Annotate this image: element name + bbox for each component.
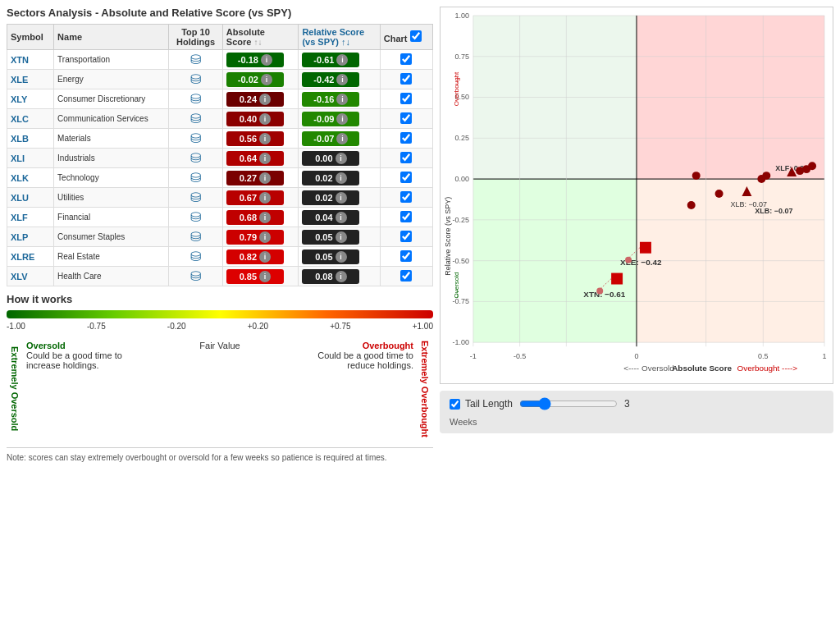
cell-holdings[interactable]: ⛁: [169, 50, 223, 70]
cell-absolute: -0.02 i: [222, 70, 299, 89]
svg-point-50: [625, 257, 632, 263]
cell-chart[interactable]: [380, 267, 432, 286]
cell-symbol: XLU: [7, 188, 54, 208]
cell-name: Health Care: [54, 267, 169, 286]
cell-holdings[interactable]: ⛁: [169, 227, 223, 247]
svg-text:XTN: −0.61: XTN: −0.61: [583, 290, 626, 299]
cell-holdings[interactable]: ⛁: [169, 247, 223, 267]
cell-holdings[interactable]: ⛁: [169, 208, 223, 227]
cell-relative: -0.42 i: [299, 70, 380, 89]
svg-text:1.00: 1.00: [454, 11, 468, 20]
cell-chart[interactable]: [380, 89, 432, 109]
svg-text:0.25: 0.25: [454, 134, 468, 142]
extreme-overbought-label: Extremely Overbought: [417, 337, 433, 441]
cell-name: Utilities: [54, 188, 169, 208]
row-chart-checkbox[interactable]: [400, 191, 412, 203]
row-chart-checkbox[interactable]: [400, 73, 412, 85]
svg-text:0.00: 0.00: [454, 175, 468, 183]
cell-chart[interactable]: [380, 50, 432, 70]
cell-symbol: XLE: [7, 70, 54, 89]
tail-length-slider[interactable]: [519, 397, 618, 410]
cell-relative: -0.61 i: [299, 50, 380, 70]
table-row: XTN Transportation ⛁ -0.18 i -0.61 i: [7, 50, 433, 70]
cell-chart[interactable]: [380, 188, 432, 208]
cell-holdings[interactable]: ⛁: [169, 109, 223, 129]
col-relative: Relative Score(vs SPY) ↑↓: [299, 25, 380, 50]
cell-symbol: XTN: [7, 50, 54, 70]
col-name: Name: [54, 25, 169, 50]
cell-absolute: 0.40 i: [222, 109, 299, 129]
cell-holdings[interactable]: ⛁: [169, 129, 223, 149]
table-row: XLY Consumer Discretionary ⛁ 0.24 i -0.1…: [7, 89, 433, 109]
col-holdings: Top 10Holdings: [169, 25, 223, 50]
cell-name: Consumer Staples: [54, 227, 169, 247]
row-chart-checkbox[interactable]: [400, 231, 412, 242]
oversold-desc: Oversold Could be a good time to increas…: [23, 337, 154, 441]
cell-symbol: XLY: [7, 89, 54, 109]
cell-relative: 0.00 i: [299, 149, 380, 168]
cell-name: Materials: [54, 129, 169, 149]
cell-chart[interactable]: [380, 168, 432, 188]
row-chart-checkbox[interactable]: [400, 250, 412, 262]
row-chart-checkbox[interactable]: [400, 172, 412, 183]
point-XLE: [640, 242, 651, 254]
svg-text:-1.00: -1.00: [452, 338, 468, 346]
fair-value-label: Fair Value: [158, 341, 282, 350]
cell-absolute: 0.64 i: [222, 149, 299, 168]
cell-chart[interactable]: [380, 247, 432, 267]
cell-chart[interactable]: [380, 70, 432, 89]
col-absolute: AbsoluteScore ↑↓: [222, 25, 299, 50]
how-it-works-title: How it works: [7, 293, 433, 305]
cell-holdings[interactable]: ⛁: [169, 267, 223, 286]
oversold-text: Could be a good time to increase holding…: [26, 350, 151, 370]
row-chart-checkbox[interactable]: [400, 211, 412, 222]
row-chart-checkbox[interactable]: [400, 53, 412, 65]
cell-holdings[interactable]: ⛁: [169, 149, 223, 168]
cell-chart[interactable]: [380, 227, 432, 247]
overbought-label: Overbought: [289, 341, 413, 350]
chart-all-checkbox[interactable]: [410, 30, 422, 42]
svg-text:0.5: 0.5: [758, 352, 768, 360]
overbought-text: Could be a good time to reduce holdings.: [289, 350, 413, 370]
how-it-works-section: How it works -1.00 -0.75 -0.20 +0.20 +0.…: [7, 293, 433, 441]
cell-holdings[interactable]: ⛁: [169, 188, 223, 208]
col-chart: Chart: [380, 25, 432, 50]
cell-relative: -0.09 i: [299, 109, 380, 129]
sectors-table: Symbol Name Top 10Holdings AbsoluteScore…: [7, 24, 433, 286]
svg-text:-0.25: -0.25: [452, 216, 468, 224]
cell-name: Transportation: [54, 50, 169, 70]
svg-text:Absolute Score: Absolute Score: [672, 364, 732, 373]
tail-length-control: Tail Length 3 Weeks: [440, 391, 833, 433]
cell-chart[interactable]: [380, 208, 432, 227]
cell-holdings[interactable]: ⛁: [169, 89, 223, 109]
cell-chart[interactable]: [380, 129, 432, 149]
cell-relative: 0.08 i: [299, 267, 380, 286]
cell-absolute: 0.67 i: [222, 188, 299, 208]
tail-length-checkbox[interactable]: [450, 399, 460, 410]
svg-text:<---- Oversold: <---- Oversold: [623, 364, 674, 373]
svg-text:-1: -1: [470, 352, 477, 360]
svg-text:-0.50: -0.50: [452, 257, 468, 265]
cell-holdings[interactable]: ⛁: [169, 70, 223, 89]
cell-holdings[interactable]: ⛁: [169, 168, 223, 188]
row-chart-checkbox[interactable]: [400, 152, 412, 163]
cell-symbol: XLP: [7, 227, 54, 247]
tail-weeks-label: Weeks: [450, 417, 824, 427]
row-chart-checkbox[interactable]: [400, 132, 412, 144]
row-chart-checkbox[interactable]: [400, 112, 412, 124]
note: Note: scores can stay extremely overboug…: [7, 447, 433, 462]
table-row: XLE Energy ⛁ -0.02 i -0.42 i: [7, 70, 433, 89]
cell-chart[interactable]: [380, 149, 432, 168]
cell-relative: 0.04 i: [299, 208, 380, 227]
table-row: XLP Consumer Staples ⛁ 0.79 i 0.05 i: [7, 227, 433, 247]
extreme-oversold-label: Extremely Oversold: [7, 337, 23, 441]
row-chart-checkbox[interactable]: [400, 270, 412, 282]
tail-length-label: Tail Length: [450, 398, 513, 410]
row-chart-checkbox[interactable]: [400, 93, 412, 104]
cell-symbol: XLV: [7, 267, 54, 286]
col-symbol: Symbol: [7, 25, 54, 50]
cell-chart[interactable]: [380, 109, 432, 129]
table-row: XLF Financial ⛁ 0.68 i 0.04 i: [7, 208, 433, 227]
table-row: XLK Technology ⛁ 0.27 i 0.02 i: [7, 168, 433, 188]
cell-symbol: XLRE: [7, 247, 54, 267]
